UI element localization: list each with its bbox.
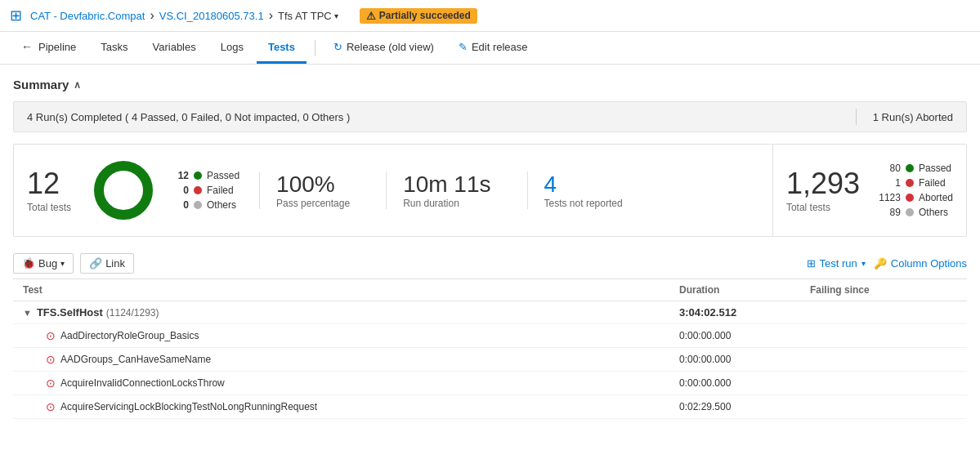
test-run-button[interactable]: ⊞ Test run ▾ — [807, 257, 866, 270]
breadcrumb-sep-1: › — [150, 8, 154, 23]
summary-header: Summary ∧ — [13, 78, 967, 91]
legend-failed: 0 Failed — [176, 185, 239, 196]
child-duration-cell: 0:00:00.000 — [679, 354, 810, 365]
edit-icon: ✎ — [459, 41, 468, 53]
chart-legend: 12 Passed 0 Failed 0 Others — [176, 170, 239, 211]
child-duration-value: 0:00:00.000 — [679, 354, 731, 365]
nav-edit-release[interactable]: ✎ Edit release — [447, 33, 539, 64]
table-row[interactable]: ▼ TFS.SelfHost (1124/1293) 3:04:02.512 — [13, 301, 967, 324]
link-button[interactable]: 🔗 Link — [80, 253, 134, 274]
status-badge: ⚠ Partially succeeded — [360, 8, 477, 24]
test-table: Test Duration Failing since ▼ TFS.SelfHo… — [13, 279, 967, 419]
test-aborted-icon: ⊙ — [46, 329, 56, 342]
parent-test-cell: ▼ TFS.SelfHost (1124/1293) — [23, 306, 679, 319]
not-reported-label: Tests not reported — [544, 198, 623, 209]
col-failing-header: Failing since — [810, 284, 957, 296]
child-test-cell: ⊙ AadDirectoryRoleGroup_Basics — [46, 329, 679, 342]
table-row[interactable]: ⊙ AcquireServicingLockBlockingTestNoLong… — [13, 395, 967, 419]
toolbar: 🐞 Bug ▾ 🔗 Link ⊞ Test run ▾ 🔑 Column Opt… — [13, 248, 967, 279]
right-others-count: 89 — [876, 207, 901, 218]
right-failed-count: 1 — [876, 177, 901, 189]
test-aborted-icon: ⊙ — [46, 377, 56, 390]
nav-release-old-label: Release (old view) — [347, 41, 434, 53]
test-aborted-icon: ⊙ — [46, 353, 56, 366]
chevron-down-icon: ▾ — [334, 11, 338, 20]
column-options-label: Column Options — [891, 257, 967, 270]
nav-divider — [315, 40, 315, 56]
nav-item-tests[interactable]: Tests — [257, 33, 307, 64]
col-duration-header: Duration — [679, 284, 810, 296]
test-aborted-icon: ⊙ — [46, 400, 56, 413]
right-others-label: Others — [919, 207, 948, 218]
legend-failed-label: Failed — [207, 185, 234, 196]
child-duration-cell: 0:02:29.500 — [679, 401, 810, 412]
banner-divider — [856, 109, 857, 125]
nav-back-pipeline[interactable]: ← Pipeline — [10, 32, 87, 64]
refresh-icon: ↻ — [333, 41, 342, 53]
nav-variables-label: Variables — [153, 41, 196, 53]
table-row[interactable]: ⊙ AcquireInvalidConnectionLocksThrow 0:0… — [13, 372, 967, 395]
nav-pipeline-label: Pipeline — [38, 41, 76, 53]
right-total-block: 1,293 Total tests — [786, 167, 860, 213]
right-legend-others: 89 Others — [876, 207, 953, 218]
right-legend: 80 Passed 1 Failed 1123 Aborted 89 — [876, 163, 953, 218]
not-reported-block: 4 Tests not reported — [527, 172, 639, 209]
breadcrumb-item-2[interactable]: VS.CI_20180605.73.1 — [159, 10, 264, 22]
pass-pct-label: Pass percentage — [276, 198, 350, 209]
child-duration-cell: 0:00:00.000 — [679, 377, 810, 389]
nav-logs-label: Logs — [221, 41, 244, 53]
nav-bar: ← Pipeline Tasks Variables Logs Tests ↻ … — [0, 32, 980, 65]
link-icon: 🔗 — [89, 257, 102, 270]
right-legend-passed: 80 Passed — [876, 163, 953, 174]
completed-runs-label: 4 Run(s) Completed ( 4 Passed, 0 Failed,… — [27, 111, 839, 123]
bug-label: Bug — [38, 257, 57, 270]
table-row[interactable]: ⊙ AADGroups_CanHaveSameName 0:00:00.000 — [13, 348, 967, 372]
parent-test-sub: (1124/1293) — [106, 307, 159, 319]
total-tests-block: 12 Total tests — [27, 167, 71, 213]
test-run-icon: ⊞ — [807, 257, 816, 270]
svg-point-1 — [109, 176, 138, 205]
table-row[interactable]: ⊙ AadDirectoryRoleGroup_Basics 0:00:00.0… — [13, 324, 967, 348]
breadcrumb-dropdown[interactable]: Tfs AT TPC ▾ — [278, 10, 338, 22]
main-content: Summary ∧ 4 Run(s) Completed ( 4 Passed,… — [0, 65, 980, 419]
status-label: Partially succeeded — [379, 10, 471, 21]
legend-others-label: Others — [207, 199, 236, 211]
test-run-label: Test run — [820, 257, 857, 270]
legend-passed-label: Passed — [207, 170, 239, 181]
duration-label: Run duration — [403, 198, 459, 209]
toolbar-right: ⊞ Test run ▾ 🔑 Column Options — [807, 257, 967, 270]
child-test-name: AADGroups_CanHaveSameName — [60, 354, 211, 365]
right-failed-label: Failed — [919, 177, 946, 189]
right-aborted-dot — [906, 194, 914, 202]
others-dot — [194, 201, 202, 209]
test-run-chevron-icon: ▾ — [861, 259, 866, 268]
column-options-icon: 🔑 — [874, 257, 887, 270]
parent-duration-value: 3:04:02.512 — [679, 306, 736, 319]
nav-release-old[interactable]: ↻ Release (old view) — [322, 33, 445, 64]
child-duration-value: 0:00:00.000 — [679, 330, 731, 341]
nav-item-tasks[interactable]: Tasks — [89, 33, 139, 64]
breadcrumb: CAT - Devfabric.Compat › VS.CI_20180605.… — [30, 8, 477, 24]
legend-others: 0 Others — [176, 199, 239, 211]
child-test-cell: ⊙ AcquireInvalidConnectionLocksThrow — [46, 377, 679, 390]
bug-chevron-icon: ▾ — [60, 259, 65, 268]
right-passed-label: Passed — [919, 163, 951, 174]
metrics-right-panel: 1,293 Total tests 80 Passed 1 Failed 112… — [772, 145, 966, 236]
nav-edit-release-label: Edit release — [472, 41, 528, 53]
right-aborted-label: Aborted — [919, 192, 953, 203]
column-options-button[interactable]: 🔑 Column Options — [874, 257, 967, 270]
right-legend-aborted: 1123 Aborted — [876, 192, 953, 203]
metrics-section: 12 Total tests 12 Passed 0 — [13, 144, 967, 237]
legend-passed: 12 Passed — [176, 170, 239, 181]
bug-button[interactable]: 🐞 Bug ▾ — [13, 253, 74, 274]
expand-icon[interactable]: ▼ — [23, 308, 32, 318]
collapse-icon[interactable]: ∧ — [74, 79, 81, 91]
aborted-runs-label: 1 Run(s) Aborted — [873, 111, 953, 123]
table-header-row: Test Duration Failing since — [13, 279, 967, 301]
right-others-dot — [906, 208, 914, 216]
breadcrumb-item-1[interactable]: CAT - Devfabric.Compat — [30, 10, 145, 22]
link-label: Link — [105, 257, 125, 270]
nav-item-logs[interactable]: Logs — [209, 33, 255, 64]
nav-item-variables[interactable]: Variables — [141, 33, 208, 64]
col-test-header: Test — [23, 284, 679, 296]
